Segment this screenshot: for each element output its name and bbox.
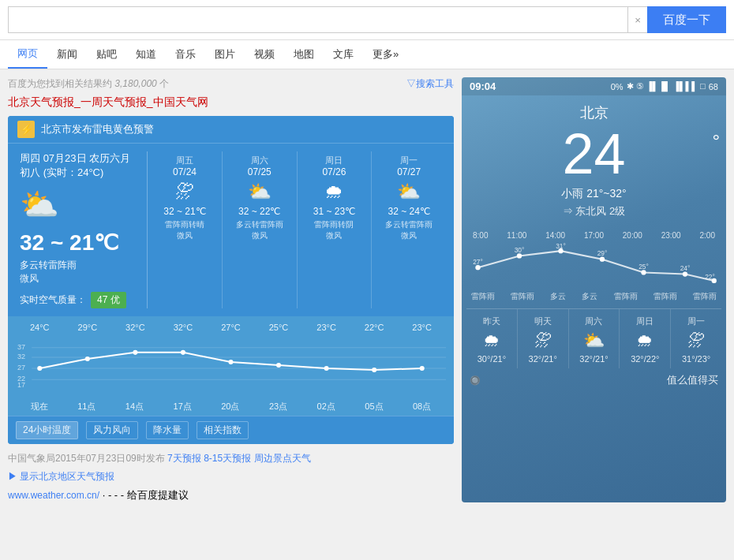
- svg-text:30°: 30°: [515, 246, 525, 254]
- left-panel: 百度为您找到相关结果约 3,180,000 个 ▽搜索工具 北京天气预报_一周天…: [8, 77, 454, 502]
- nav-tabs: 网页 新闻 贴吧 知道 音乐 图片 视频 地图 文库 更多»: [0, 40, 734, 69]
- chart-temps: 24°C 29°C 32°C 32°C 27°C 25°C 23°C 22°C …: [16, 323, 446, 332]
- svg-point-10: [85, 357, 90, 361]
- tab-tieba[interactable]: 贴吧: [87, 41, 126, 68]
- svg-point-17: [420, 366, 425, 371]
- result-info: 百度为您找到相关结果约 3,180,000 个 ▽搜索工具: [8, 77, 454, 91]
- chart-tab-index[interactable]: 相关指数: [197, 421, 249, 439]
- tab-library[interactable]: 文库: [324, 41, 363, 68]
- result-title: 北京天气预报_一周天气预报_中国天气网: [8, 95, 454, 110]
- temp-chart: 24°C 29°C 32°C 32°C 27°C 25°C 23°C 22°C …: [8, 316, 454, 416]
- phone-time: 09:04: [470, 80, 496, 92]
- nearby-forecast-link[interactable]: ▶ 显示北京地区天气预报: [8, 470, 454, 483]
- bottom-logo-icon: 🔘: [470, 375, 481, 386]
- phone-status-bar: 09:04 0% ✱ ⑤ ▐▌▐▌ ▐▌▌▌ □ 68: [462, 77, 726, 95]
- svg-text:32: 32: [17, 353, 25, 360]
- forecast-day-4: 周一 07/27 ⛅ 32 ~ 24℃ 多云转雷阵雨 微风: [372, 151, 446, 308]
- svg-text:22°: 22°: [705, 273, 715, 281]
- link-15day[interactable]: 8-15天预报: [204, 453, 251, 464]
- phone-status-right: 0% ✱ ⑤ ▐▌▐▌ ▐▌▌▌ □ 68: [611, 81, 718, 91]
- svg-point-16: [372, 368, 376, 372]
- svg-text:27°: 27°: [473, 258, 483, 266]
- svg-text:37: 37: [17, 343, 25, 351]
- weather-main: 周四 07月23日 农历六月初八 (实时：24°C) ⛅ 32 ~ 21℃ 多云…: [8, 144, 454, 316]
- chart-svg: 37 32 27 22 17: [16, 334, 446, 397]
- search-button[interactable]: 百度一下: [647, 6, 726, 33]
- forecast-day-1: 周五 07/24 ⛈ 32 ~ 21℃ 雷阵雨转晴 微风: [148, 151, 223, 308]
- chart-tabs: 24小时温度 风力风向 降水量 相关指数: [8, 416, 454, 444]
- search-bar: 北京天气 × 百度一下: [0, 0, 734, 40]
- bottom-day-mon: 周一 ⛈ 31°/23°: [671, 309, 721, 368]
- today-desc: 多云转雷阵雨: [20, 259, 77, 272]
- tab-more[interactable]: 更多»: [363, 41, 408, 68]
- bottom-icon-0: 🌧: [468, 330, 515, 351]
- svg-point-9: [37, 366, 42, 371]
- phone-screen: 09:04 0% ✱ ⑤ ▐▌▐▌ ▐▌▌▌ □ 68 北京 24 ° 小雨 2…: [462, 77, 726, 502]
- bottom-day-yesterday: 昨天 🌧 30°/21°: [466, 309, 518, 368]
- svg-text:24°: 24°: [680, 264, 691, 272]
- phone-description: 小雨 21°~32°: [462, 182, 726, 204]
- bottom-icon-1: ⛈: [519, 330, 567, 351]
- bottom-day-sun: 周日 🌧 32°/22°: [620, 309, 671, 368]
- tab-web[interactable]: 网页: [8, 40, 47, 69]
- search-clear-button[interactable]: ×: [627, 6, 647, 33]
- chart-tab-temp[interactable]: 24小时温度: [16, 421, 78, 439]
- svg-point-15: [324, 366, 329, 371]
- today-weather-icon: ⛅: [20, 186, 59, 223]
- tab-news[interactable]: 新闻: [47, 41, 87, 68]
- weather-today: 周四 07月23日 农历六月初八 (实时：24°C) ⛅ 32 ~ 21℃ 多云…: [16, 151, 148, 308]
- svg-point-13: [228, 360, 233, 364]
- bottom-icon-4: ⛈: [672, 330, 720, 351]
- hourly-times: 8:00 11:00 14:00 17:00 20:00 23:00 2:00: [470, 231, 718, 240]
- tab-map[interactable]: 地图: [284, 41, 324, 68]
- forecast-icon-4: ⛅: [373, 181, 444, 203]
- main-content: 百度为您找到相关结果约 3,180,000 个 ▽搜索工具 北京天气预报_一周天…: [0, 69, 734, 510]
- tab-music[interactable]: 音乐: [166, 41, 205, 68]
- chart-time-labels: 现在 11点 14点 17点 20点 23点 02点 05点 08点: [16, 401, 446, 413]
- result-title-link[interactable]: 北京天气预报_一周天气预报_中国天气网: [8, 95, 208, 108]
- hourly-chart: 8:00 11:00 14:00 17:00 20:00 23:00 2:00: [462, 225, 726, 308]
- forecast-icon-3: 🌧: [299, 181, 370, 203]
- degree-symbol: °: [712, 132, 720, 151]
- chart-tab-precip[interactable]: 降水量: [146, 421, 189, 439]
- svg-text:29°: 29°: [597, 249, 608, 257]
- bottom-icon-3: 🌧: [621, 330, 668, 351]
- bottom-forecast: 昨天 🌧 30°/21° 明天 ⛈ 32°/21° 周六 ⛅ 32°/21° 周…: [466, 308, 721, 368]
- bottom-row: 🔘 值么值得买: [462, 368, 726, 392]
- link-nearby-spots[interactable]: 周边景点天气: [254, 453, 311, 464]
- link-7day[interactable]: 7天预报: [167, 453, 201, 464]
- today-date: 周四 07月23日 农历六月初八 (实时：24°C): [20, 151, 139, 180]
- today-temp: 32 ~ 21℃: [20, 230, 118, 256]
- today-aqi: 实时空气质量： 47 优: [20, 292, 126, 308]
- today-wind: 微风: [20, 272, 39, 286]
- tab-zhidao[interactable]: 知道: [126, 41, 166, 68]
- phone-temperature: 24 °: [462, 125, 726, 182]
- bottom-day-sat: 周六 ⛅ 32°/21°: [569, 309, 620, 368]
- bottom-brand-text: 值么值得买: [667, 373, 718, 387]
- hourly-descriptions: 雷阵雨 雷阵雨 多云 多云 雷阵雨 雷阵雨 雷阵雨: [470, 291, 718, 302]
- right-panel: 09:04 0% ✱ ⑤ ▐▌▐▌ ▐▌▌▌ □ 68 北京 24 ° 小雨 2…: [462, 77, 726, 502]
- forecast-day-2: 周六 07/25 ⛅ 32 ~ 22℃ 多云转雷阵雨 微风: [223, 151, 298, 308]
- tab-video[interactable]: 视频: [245, 41, 284, 68]
- alert-icon: ⚡: [17, 121, 35, 138]
- svg-point-12: [181, 350, 185, 355]
- bottom-icon-2: ⛅: [571, 330, 618, 351]
- phone-wind: ⇒ 东北风 2级: [462, 204, 726, 225]
- alert-text: 北京市发布雷电黄色预警: [41, 122, 154, 136]
- svg-point-11: [133, 350, 137, 355]
- chart-tab-wind[interactable]: 风力风向: [86, 421, 138, 439]
- phone-city: 北京: [462, 95, 726, 125]
- source-info: 中国气象局2015年07月23日09时发布 7天预报 8-15天预报 周边景点天…: [8, 452, 454, 465]
- search-input[interactable]: 北京天气: [8, 6, 627, 33]
- tab-images[interactable]: 图片: [205, 41, 245, 68]
- svg-text:27: 27: [17, 364, 25, 371]
- svg-text:31°: 31°: [556, 242, 566, 250]
- weather-forecast: 周五 07/24 ⛈ 32 ~ 21℃ 雷阵雨转晴 微风 周六 07/25 ⛅ …: [148, 151, 446, 308]
- svg-text:25°: 25°: [639, 263, 649, 271]
- bottom-day-tomorrow: 明天 ⛈ 32°/21°: [518, 309, 569, 368]
- search-tools[interactable]: ▽搜索工具: [406, 77, 454, 91]
- weather-alert: ⚡ 北京市发布雷电黄色预警: [8, 116, 454, 144]
- result-count: 百度为您找到相关结果约 3,180,000 个: [8, 77, 169, 91]
- hourly-chart-svg: 27° 30° 31° 29° 25° 24° 22°: [470, 241, 718, 289]
- website-link[interactable]: www.weather.com.cn/: [8, 490, 99, 501]
